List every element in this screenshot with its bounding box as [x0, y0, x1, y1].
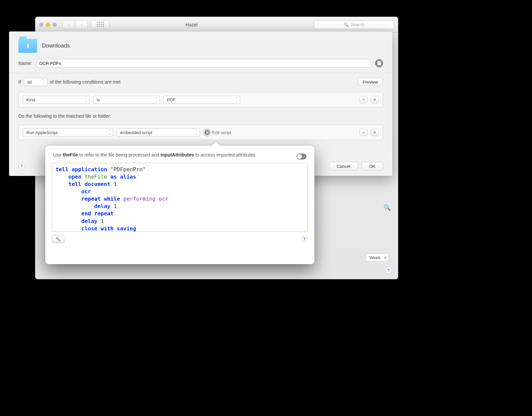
toolbar-search-field[interactable]: 🔍 Search	[314, 20, 394, 29]
action-row: Run AppleScript ⌃⌄ embedded script ⌃⌄ ✕ …	[18, 125, 383, 140]
background-search-icon[interactable]: 🔍	[382, 203, 392, 213]
preview-button[interactable]: Preview	[358, 78, 383, 86]
hint-var-thefile: theFile	[63, 152, 78, 158]
compile-script-button[interactable]: 🔨	[52, 235, 65, 243]
condition-operator-label: is	[97, 97, 100, 102]
popover-footer: 🔨 ?	[52, 232, 308, 243]
popover-help-button[interactable]: ?	[301, 236, 308, 242]
actions-section: Do the following to the matched file or …	[9, 107, 392, 121]
popover-hint: Use theFile to refer to the file being p…	[52, 151, 308, 163]
download-arrow-icon: ⬇	[26, 43, 30, 49]
chevron-updown-icon: ⌃⌄	[42, 79, 45, 85]
if-quantifier-label: all	[27, 80, 32, 85]
condition-row: Kind ⌃⌄ is ⌃⌄ PDF ⌃⌄ − +	[18, 92, 383, 107]
search-placeholder: Search	[351, 22, 364, 27]
chevron-updown-icon: ⌃⌄	[108, 130, 111, 135]
if-suffix: of the following conditions are met	[50, 79, 121, 85]
sheet-header: ⬇ Downloads	[9, 31, 392, 59]
cancel-button[interactable]: Cancel	[329, 162, 358, 171]
notes-icon: 📄	[377, 61, 382, 66]
zoom-window-button[interactable]	[53, 23, 57, 27]
edit-script-group: ✕ Edit script	[203, 129, 231, 136]
chevron-updown-icon: ⌃⌄	[155, 97, 158, 102]
window-title: Hazel	[72, 22, 311, 27]
condition-attribute-label: Kind	[26, 97, 35, 102]
condition-attribute-popup[interactable]: Kind ⌃⌄	[23, 96, 90, 104]
chevron-updown-icon: ⌃⌄	[195, 130, 198, 135]
if-prefix: If	[18, 79, 21, 85]
hammer-icon: 🔨	[56, 237, 61, 242]
minimize-window-button[interactable]	[46, 23, 50, 27]
traffic-lights	[39, 23, 57, 27]
script-source-editor[interactable]: tell application "PDFpenPro" open theFil…	[52, 163, 308, 232]
condition-value-popup[interactable]: PDF ⌃⌄	[163, 96, 240, 104]
action-type-label: Run AppleScript	[26, 130, 58, 135]
add-condition-button[interactable]: +	[371, 96, 379, 103]
rule-name-row: Name: 📄	[9, 59, 392, 73]
hint-var-inputattributes: inputAttributes	[161, 152, 194, 158]
script-editor-popover: Use theFile to refer to the file being p…	[45, 145, 315, 264]
chevron-updown-icon: ⌃⌄	[235, 97, 238, 102]
downloads-folder-icon: ⬇	[18, 39, 37, 53]
search-icon: 🔍	[344, 22, 349, 27]
condition-value-label: PDF	[167, 97, 176, 102]
do-label: Do the following to the matched file or …	[18, 113, 111, 119]
if-quantifier-popup[interactable]: all ⌃⌄	[24, 78, 47, 86]
hint-text: Use	[53, 152, 63, 158]
popover-toggle[interactable]	[296, 153, 306, 160]
folder-name: Downloads	[42, 42, 70, 49]
condition-operator-popup[interactable]: is ⌃⌄	[93, 96, 160, 104]
background-period-label: Week	[369, 255, 380, 260]
rule-name-label: Name:	[18, 61, 32, 66]
chevron-updown-icon: ⌃⌄	[85, 97, 87, 102]
action-type-popup[interactable]: Run AppleScript ⌃⌄	[23, 128, 113, 136]
action-source-label: embedded script	[120, 130, 152, 135]
conditions-section: If all ⌃⌄ of the following conditions ar…	[9, 73, 392, 89]
actions-header-line: Do the following to the matched file or …	[18, 113, 383, 119]
close-window-button[interactable]	[39, 23, 43, 27]
sheet-help-button[interactable]: ?	[18, 163, 25, 170]
edit-script-label[interactable]: Edit script	[212, 130, 231, 135]
conditions-header-line: If all ⌃⌄ of the following conditions ar…	[18, 78, 383, 86]
background-help-button[interactable]: ?	[385, 267, 392, 274]
rule-notes-button[interactable]: 📄	[375, 59, 383, 67]
close-popover-button[interactable]: ✕	[203, 129, 211, 136]
ok-button[interactable]: OK	[361, 162, 383, 171]
hint-text: to access imported attributes.	[194, 152, 257, 158]
add-action-button[interactable]: +	[371, 129, 379, 136]
remove-action-button[interactable]: −	[359, 129, 367, 136]
chevron-left-icon: ‹	[68, 22, 70, 27]
action-source-popup[interactable]: embedded script ⌃⌄	[116, 128, 200, 136]
titlebar: ‹ › Hazel 🔍 Search	[35, 17, 398, 33]
background-period-select[interactable]: Week	[366, 253, 389, 262]
hint-text: to refer to the file being processed and	[78, 152, 161, 158]
remove-condition-button[interactable]: −	[359, 96, 367, 103]
rule-name-input[interactable]	[36, 59, 371, 68]
